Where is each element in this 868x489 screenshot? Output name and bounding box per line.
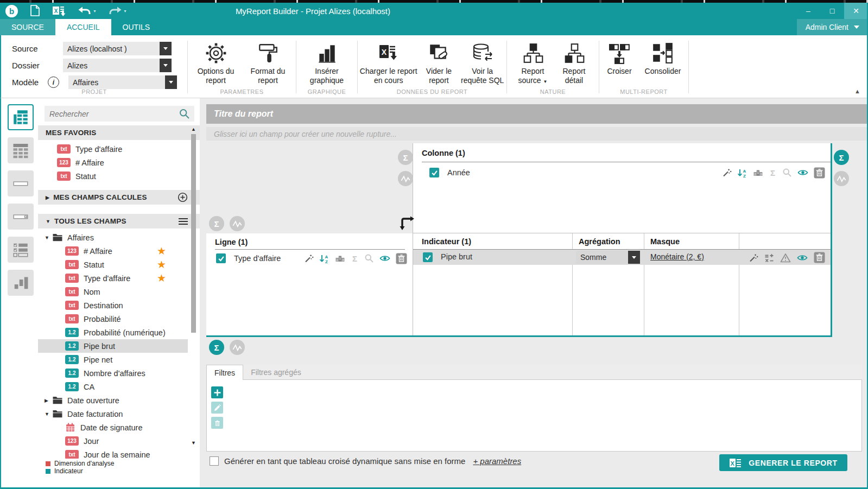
search-icon[interactable] (364, 253, 374, 263)
trash-icon[interactable] (814, 167, 825, 179)
tab-accueil[interactable]: ACCUEIL (55, 19, 111, 35)
collapse-ribbon-icon[interactable]: ▲ (854, 88, 860, 94)
source-select[interactable]: Alizes (localhost ) (63, 42, 172, 55)
format-report-button[interactable]: Format du report (243, 40, 293, 85)
checkbox-checked-icon[interactable] (429, 168, 439, 177)
magic-wand-icon[interactable] (749, 253, 758, 263)
report-source-button[interactable]: Report source ▼ (513, 40, 553, 85)
maximize-button[interactable]: □ (820, 3, 844, 19)
sort-az-icon[interactable]: AZ (737, 168, 747, 178)
report-detail-button[interactable]: Report détail (555, 40, 593, 85)
evolution-toggle-icon[interactable] (230, 216, 245, 231)
field-item[interactable]: txtStatut★ (38, 258, 188, 271)
evolution-toggle-icon[interactable] (834, 171, 849, 186)
checkbox-checked-icon[interactable] (423, 252, 433, 262)
parameters-link[interactable]: + paramètres (473, 456, 521, 466)
folder-item[interactable]: ▼Affaires (38, 231, 188, 244)
undo-button[interactable]: ▼ (78, 5, 97, 16)
scrollbar-thumb[interactable] (191, 134, 196, 333)
folder-item[interactable]: ▶Date ouverture (38, 393, 188, 407)
tab-outils[interactable]: OUTILS (111, 19, 162, 35)
eye-icon[interactable] (797, 168, 808, 177)
favorite-star-icon[interactable]: ★ (157, 259, 166, 270)
formula-icon[interactable] (764, 253, 774, 263)
search-icon[interactable] (179, 108, 190, 119)
field-item[interactable]: txtDestination (38, 299, 188, 312)
favorite-star-icon[interactable]: ★ (157, 273, 166, 283)
expanded-caret-icon[interactable]: ▼ (45, 235, 51, 240)
eye-icon[interactable] (379, 253, 390, 263)
field-item[interactable]: txtType d'affaire★ (38, 271, 188, 285)
insert-chart-button[interactable]: Insérer graphique (302, 40, 352, 85)
user-menu[interactable]: Admin Client (797, 19, 868, 35)
search-box[interactable] (45, 106, 194, 122)
ranking-icon[interactable]: 213 (753, 168, 763, 177)
collapsed-caret-icon[interactable]: ▶ (45, 398, 51, 403)
warning-icon[interactable] (780, 253, 791, 263)
favorite-field-item[interactable]: 123# Affaire (38, 156, 188, 169)
close-button[interactable]: ✕ (844, 3, 868, 19)
magic-wand-icon[interactable] (722, 168, 732, 177)
tab-filtres[interactable]: Filtres (206, 365, 243, 380)
sigma-toggle-icon[interactable]: Σ (209, 340, 224, 355)
view-sql-button[interactable]: Voir la requête SQL (458, 40, 506, 85)
modele-select[interactable]: Affaires (68, 75, 177, 89)
clear-report-button[interactable]: Vider le report (422, 40, 457, 85)
new-report-icon[interactable] (30, 5, 40, 17)
report-type-dropdown-button[interactable] (8, 204, 34, 230)
minimize-button[interactable]: – (796, 3, 820, 19)
field-item[interactable]: 1.2Probabilité (numérique) (38, 326, 188, 339)
report-type-crosstab-button[interactable] (8, 104, 34, 130)
fields-scrollbar[interactable]: ▲ ▼ (190, 126, 197, 458)
add-filter-button[interactable] (211, 386, 223, 398)
eye-icon[interactable] (797, 253, 808, 263)
dropdown-caret-icon[interactable] (628, 251, 640, 264)
search-icon[interactable] (782, 168, 792, 177)
checkbox-checked-icon[interactable] (216, 253, 226, 263)
delete-filter-button[interactable] (211, 417, 223, 429)
colonne-row-annee[interactable]: Année AZ213Σ (413, 165, 831, 180)
croiser-button[interactable]: Croiser (601, 40, 637, 76)
sigma-icon[interactable]: Σ (769, 168, 777, 177)
evolution-toggle-icon[interactable] (230, 340, 245, 355)
add-calculated-field-icon[interactable] (178, 192, 188, 202)
field-item[interactable]: txtProbabilité (38, 312, 188, 326)
report-title-bar[interactable]: Titre du report (206, 104, 868, 124)
field-item[interactable]: Date de signature (38, 421, 188, 434)
rupture-dropzone[interactable]: Glisser ici un champ pour créer une nouv… (206, 127, 868, 141)
report-type-chart-button[interactable] (8, 270, 34, 296)
swap-axes-icon[interactable] (398, 213, 416, 231)
dropdown-caret-icon[interactable] (160, 59, 172, 72)
favorite-star-icon[interactable]: ★ (157, 246, 166, 256)
evolution-toggle-icon[interactable] (398, 171, 413, 186)
favorite-field-item[interactable]: txtStatut (38, 169, 188, 183)
folder-item[interactable]: ▼Date facturation (38, 407, 188, 421)
dossier-select[interactable]: Alizes (63, 59, 172, 72)
sigma-icon[interactable]: Σ (351, 253, 359, 263)
excel-export-icon[interactable]: X (52, 5, 66, 17)
menu-icon[interactable] (179, 218, 188, 225)
trash-icon[interactable] (814, 252, 825, 263)
redo-dropdown-caret[interactable]: ▼ (123, 9, 127, 13)
field-item[interactable]: 1.2Pipe net (38, 353, 188, 366)
sigma-toggle-icon[interactable]: Σ (834, 150, 849, 165)
field-item[interactable]: 1.2Nombre d'affaires (38, 366, 188, 380)
sigma-toggle-icon[interactable]: Σ (398, 150, 413, 165)
favorite-field-item[interactable]: txtType d'affaire (38, 142, 188, 156)
all-fields-header[interactable]: ▼ TOUS LES CHAMPS (38, 214, 200, 228)
indicateur-row-pipe-brut[interactable]: Pipe brut Somme Monétaire (2, €) (413, 250, 831, 265)
field-item[interactable]: 1.2CA (38, 380, 188, 393)
consolider-button[interactable]: Consolider (639, 40, 686, 76)
edit-filter-button[interactable] (211, 402, 223, 414)
pivot-checkbox[interactable] (210, 456, 219, 466)
favorites-header[interactable]: MES FAVORIS (38, 125, 200, 140)
ranking-icon[interactable]: 213 (335, 253, 345, 263)
ligne-row-type-affaire[interactable]: Type d'affaire AZ213Σ (206, 251, 413, 266)
scroll-down-icon[interactable]: ▼ (190, 440, 197, 446)
field-item[interactable]: txtNom (38, 285, 188, 299)
sigma-toggle-icon[interactable]: Σ (209, 216, 224, 231)
masque-link[interactable]: Monétaire (2, €) (650, 252, 704, 261)
load-current-report-button[interactable]: X Charger le report en cours (358, 40, 420, 85)
sort-az-icon[interactable]: AZ (319, 253, 330, 264)
expanded-caret-icon[interactable]: ▼ (45, 411, 51, 417)
